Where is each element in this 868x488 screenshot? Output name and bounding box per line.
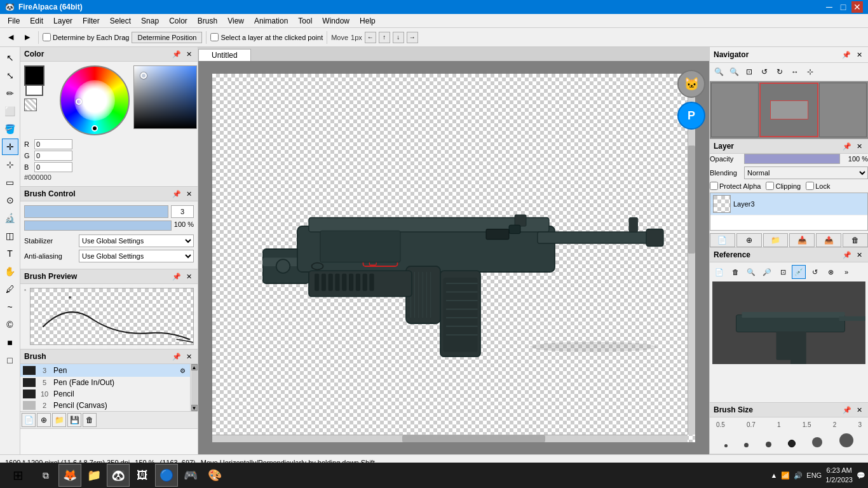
- tool-crop[interactable]: ⊹: [2, 156, 18, 173]
- layer-blend-select[interactable]: Normal Multiply Screen Overlay: [744, 166, 868, 179]
- brush-size-panel-pin[interactable]: 📌: [842, 405, 852, 415]
- nav-rotate-ccw-icon[interactable]: ↺: [758, 65, 771, 78]
- tray-network-icon[interactable]: 📶: [781, 471, 790, 480]
- bs-dot-2[interactable]: [812, 437, 822, 447]
- tool-transform[interactable]: ⤡: [2, 67, 18, 84]
- tool-gradient[interactable]: ◫: [2, 227, 18, 244]
- layer-add-button[interactable]: 📄: [710, 233, 735, 247]
- bs-dot-07[interactable]: [744, 443, 749, 447]
- brush-size-input[interactable]: [171, 205, 194, 218]
- minimize-button[interactable]: ─: [824, 1, 835, 13]
- brush-opacity-bar[interactable]: [24, 220, 172, 231]
- brush-folder-button[interactable]: 📁: [52, 413, 66, 427]
- tool-fill[interactable]: 🪣: [2, 121, 18, 137]
- nav-extra-icon[interactable]: ⊹: [804, 65, 817, 78]
- brush-duplicate-button[interactable]: ⊕: [37, 413, 51, 427]
- brush-size-panel-close[interactable]: ✕: [854, 405, 864, 415]
- taskbar-steam[interactable]: 🎮: [179, 464, 202, 487]
- brush-preview-close[interactable]: ✕: [184, 271, 194, 281]
- nav-zoom-out-icon[interactable]: 🔍: [712, 65, 725, 78]
- layer-delete-button[interactable]: 🗑: [843, 233, 868, 247]
- tool-select[interactable]: ↖: [2, 50, 18, 66]
- nav-rotate-cw-icon[interactable]: ↻: [773, 65, 786, 78]
- brush-list-scrollbar[interactable]: ▲ ▼: [190, 364, 198, 411]
- taskbar-art[interactable]: 🎨: [203, 464, 226, 487]
- tool-text[interactable]: T: [2, 245, 18, 262]
- canvas-container[interactable]: ■■■■ ■■■■: [212, 74, 695, 442]
- ref-more-icon[interactable]: »: [839, 265, 853, 279]
- tool-clone[interactable]: ©: [2, 316, 18, 333]
- taskbar-photos[interactable]: 🖼: [131, 464, 154, 487]
- menu-select[interactable]: Select: [105, 15, 136, 27]
- stabilizer-select[interactable]: Use Global Settings: [79, 234, 194, 247]
- layer-item-layer3[interactable]: Layer3: [710, 193, 867, 215]
- tray-arrow-icon[interactable]: ▲: [770, 471, 777, 479]
- color-wheel[interactable]: [60, 65, 130, 135]
- brush-list-pin[interactable]: 📌: [172, 351, 182, 362]
- canvas-vscroll-thumb[interactable]: [688, 146, 695, 254]
- close-button[interactable]: ✕: [851, 1, 863, 13]
- menu-filter[interactable]: Filter: [78, 15, 105, 27]
- menu-view[interactable]: View: [222, 15, 249, 27]
- bs-dot-15[interactable]: [788, 440, 796, 447]
- clipping-checkbox[interactable]: [766, 182, 774, 190]
- tool-pen[interactable]: 🖊: [2, 281, 18, 297]
- brush-save-button[interactable]: 💾: [67, 413, 81, 427]
- green-input[interactable]: [34, 151, 72, 161]
- menu-file[interactable]: File: [3, 15, 25, 27]
- select-layer-checkbox[interactable]: [210, 33, 219, 41]
- layer-export-button[interactable]: 📤: [816, 233, 841, 247]
- toolbar-toggle-left[interactable]: ◀: [4, 30, 18, 44]
- reference-panel-pin[interactable]: 📌: [842, 250, 852, 260]
- ref-zoom-in-icon[interactable]: 🔍: [744, 265, 758, 279]
- taskbar-taskview[interactable]: ⧉: [34, 464, 57, 487]
- move-left-button[interactable]: ←: [365, 32, 376, 43]
- taskbar-app2[interactable]: 🔵: [155, 464, 178, 487]
- ref-zoom-out-icon[interactable]: 🔎: [760, 265, 774, 279]
- taskbar-clock[interactable]: 6:23 AM 1/2/2023: [825, 466, 853, 485]
- layer-panel-close[interactable]: ✕: [854, 141, 864, 151]
- brush-preview-pin[interactable]: 📌: [172, 271, 182, 281]
- navigator-pin[interactable]: 📌: [841, 50, 851, 60]
- bs-dot-1[interactable]: [766, 442, 771, 447]
- color-gradient-picker[interactable]: [133, 65, 197, 129]
- brush-list-close[interactable]: ✕: [184, 351, 194, 362]
- ref-eyedropper-icon[interactable]: 💉: [792, 265, 806, 279]
- ref-delete-icon[interactable]: 🗑: [728, 265, 742, 279]
- anti-aliasing-select[interactable]: Use Global Settings: [79, 250, 194, 262]
- ref-flip-icon[interactable]: ⊗: [824, 265, 837, 279]
- select-layer-check[interactable]: Select a layer at the clicked point: [210, 33, 323, 41]
- brush-scroll-down[interactable]: ▼: [191, 405, 198, 411]
- start-button[interactable]: ⊞: [3, 463, 33, 488]
- tool-hand[interactable]: ✋: [2, 263, 18, 280]
- tool-eraser[interactable]: ⬜: [2, 103, 18, 119]
- menu-window[interactable]: Window: [317, 15, 355, 27]
- layer-opacity-bar[interactable]: [744, 154, 840, 164]
- taskbar-explorer[interactable]: 📁: [83, 464, 105, 487]
- avatar-cat[interactable]: 🐱: [677, 70, 705, 98]
- brush-add-button[interactable]: 📄: [22, 413, 36, 427]
- menu-brush[interactable]: Brush: [193, 15, 222, 27]
- notification-icon[interactable]: 💬: [857, 471, 865, 480]
- color-panel-pin[interactable]: 📌: [172, 49, 182, 59]
- brush-item-pen[interactable]: 3 Pen ⚙: [20, 364, 190, 377]
- move-right-button[interactable]: →: [407, 32, 418, 43]
- protect-alpha-checkbox[interactable]: [710, 182, 718, 190]
- protect-alpha-check[interactable]: Protect Alpha: [710, 182, 761, 190]
- navigator-close[interactable]: ✕: [854, 50, 864, 60]
- foreground-color-swatch[interactable]: [24, 65, 44, 86]
- reference-image[interactable]: [712, 281, 865, 364]
- layer-folder-button[interactable]: 📁: [763, 233, 789, 247]
- brush-size-bar[interactable]: [24, 205, 168, 218]
- bs-dot-3[interactable]: [839, 433, 853, 447]
- canvas-area[interactable]: Untitled: [198, 47, 709, 454]
- layer-copy-button[interactable]: ⊕: [736, 233, 762, 247]
- ref-add-icon[interactable]: 📄: [712, 265, 726, 279]
- tool-move[interactable]: ✛: [2, 139, 18, 155]
- move-down-button[interactable]: ↓: [393, 32, 404, 43]
- transparent-swatch[interactable]: [24, 98, 37, 111]
- taskbar-firefox[interactable]: 🦊: [58, 464, 81, 487]
- ref-rotate-icon[interactable]: ↺: [808, 265, 822, 279]
- lock-check[interactable]: Lock: [806, 182, 830, 190]
- menu-animation[interactable]: Animation: [249, 15, 293, 27]
